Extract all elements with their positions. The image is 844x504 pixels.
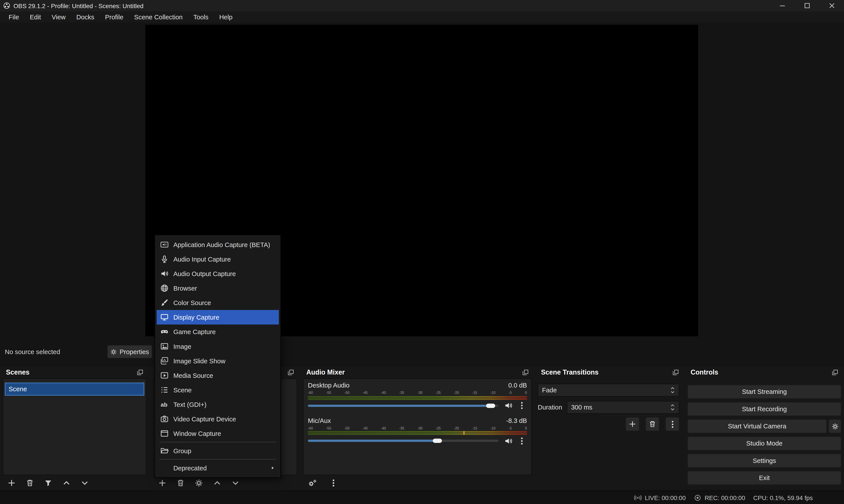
source-item-video-capture-device[interactable]: Video Capture Device — [157, 412, 279, 426]
popout-icon[interactable] — [672, 369, 679, 376]
remove-source-button[interactable] — [177, 479, 185, 487]
source-item-application-audio-capture[interactable]: Application Audio Capture (BETA) — [157, 237, 279, 252]
paint-icon — [161, 299, 168, 307]
popout-icon[interactable] — [137, 369, 143, 376]
virtual-camera-settings-button[interactable] — [828, 419, 841, 433]
source-item-scene[interactable]: Scene — [157, 383, 279, 397]
add-source-button[interactable] — [158, 479, 166, 487]
volume-slider[interactable] — [308, 401, 498, 410]
dock-area: Scenes Scene — [0, 366, 844, 490]
start-virtual-camera-button[interactable]: Start Virtual Camera — [687, 419, 827, 433]
preview-area: No source selected Properties — [0, 23, 844, 367]
camera-icon — [161, 415, 168, 423]
slider-handle[interactable] — [486, 403, 495, 408]
scene-filters-button[interactable] — [44, 479, 52, 487]
move-scene-down-button[interactable] — [81, 479, 89, 487]
channel-menu-button[interactable] — [518, 436, 525, 445]
menu-tools[interactable]: Tools — [188, 11, 214, 22]
channel-menu-button[interactable] — [518, 401, 525, 410]
db-scale: -60 -55 -50 -45 -40 -35 -30 -25 -20 -15 … — [308, 427, 527, 430]
menu-item-label: Browser — [173, 284, 197, 292]
kebab-icon — [669, 420, 676, 428]
menu-scene-collection[interactable]: Scene Collection — [129, 11, 188, 22]
minimize-button[interactable] — [770, 0, 794, 11]
menu-docks[interactable]: Docks — [71, 11, 100, 22]
rec-status-text: REC: 00:00:00 — [705, 494, 745, 501]
scene-list-icon — [161, 386, 168, 394]
db-tick: 0 — [525, 391, 527, 395]
speaker-icon[interactable] — [504, 401, 513, 410]
source-item-text-gdi[interactable]: ab Text (GDI+) — [157, 397, 279, 412]
source-item-color-source[interactable]: Color Source — [157, 295, 279, 310]
menu-item-label: Image — [173, 342, 191, 350]
db-tick: 0 — [525, 427, 527, 430]
menu-file[interactable]: File — [3, 11, 24, 22]
source-item-game-capture[interactable]: Game Capture — [157, 324, 279, 339]
exit-button[interactable]: Exit — [687, 471, 841, 485]
source-item-deprecated[interactable]: Deprecated — [157, 461, 279, 475]
close-button[interactable] — [819, 0, 844, 11]
menu-item-label: Text (GDI+) — [173, 401, 206, 408]
volume-slider[interactable] — [308, 436, 498, 445]
popout-icon[interactable] — [522, 369, 528, 376]
db-tick: -15 — [472, 427, 477, 430]
popout-icon[interactable] — [832, 369, 838, 376]
audio-mixer-toolbar — [303, 476, 532, 490]
menu-item-label: Game Capture — [173, 328, 216, 336]
menu-view[interactable]: View — [47, 11, 71, 22]
studio-mode-button[interactable]: Studio Mode — [687, 436, 841, 451]
menu-profile[interactable]: Profile — [100, 11, 129, 22]
source-properties-button[interactable] — [195, 479, 203, 487]
transition-select[interactable]: Fade — [538, 384, 679, 397]
folder-icon — [161, 447, 168, 455]
start-recording-button[interactable]: Start Recording — [687, 402, 841, 416]
db-tick: -5 — [509, 427, 512, 430]
source-item-audio-input-capture[interactable]: Audio Input Capture — [157, 252, 279, 266]
db-tick: -45 — [363, 427, 368, 430]
add-scene-button[interactable] — [7, 479, 16, 487]
transition-menu-button[interactable] — [665, 417, 679, 431]
move-source-down-button[interactable] — [232, 479, 240, 487]
db-tick: -30 — [417, 391, 423, 395]
db-tick: -50 — [344, 391, 349, 395]
properties-button[interactable]: Properties — [107, 345, 152, 358]
scene-list-item[interactable]: Scene — [5, 383, 144, 396]
cpu-status-text: CPU: 0.1%, 59.94 fps — [753, 494, 813, 501]
db-tick: -15 — [472, 391, 477, 395]
source-item-display-capture[interactable]: Display Capture — [157, 310, 279, 324]
controls-panel-title: Controls — [690, 368, 718, 376]
move-scene-up-button[interactable] — [62, 479, 71, 487]
menu-edit[interactable]: Edit — [24, 11, 47, 22]
volume-meter — [308, 396, 527, 400]
source-item-window-capture[interactable]: Window Capture — [157, 426, 279, 441]
popout-icon[interactable] — [287, 369, 294, 376]
source-item-image-slide-show[interactable]: Image Slide Show — [157, 354, 279, 368]
start-streaming-button[interactable]: Start Streaming — [687, 385, 841, 399]
no-source-label: No source selected — [5, 348, 60, 356]
menu-separator — [159, 442, 276, 442]
source-item-image[interactable]: Image — [157, 339, 279, 354]
remove-scene-button[interactable] — [26, 479, 34, 487]
db-tick: -60 — [308, 391, 313, 395]
source-item-group[interactable]: Group — [157, 443, 279, 458]
maximize-button[interactable] — [794, 0, 820, 11]
menu-item-label: Color Source — [173, 299, 211, 306]
source-item-browser[interactable]: Browser — [157, 281, 279, 295]
live-status-text: LIVE: 00:00:00 — [645, 494, 686, 501]
add-transition-button[interactable] — [626, 417, 640, 431]
source-item-audio-output-capture[interactable]: Audio Output Capture — [157, 266, 279, 281]
slider-handle[interactable] — [433, 438, 442, 443]
channel-db-value: -8.3 dB — [506, 417, 527, 424]
controls-panel: Controls Start Streaming Start Recording… — [687, 366, 841, 490]
mixer-menu-button[interactable] — [330, 479, 336, 487]
settings-button[interactable]: Settings — [687, 454, 841, 468]
broadcast-icon — [634, 494, 642, 502]
speaker-icon[interactable] — [504, 437, 513, 445]
duration-spinbox[interactable]: 300 ms — [567, 401, 679, 414]
source-item-media-source[interactable]: Media Source — [157, 368, 279, 383]
advanced-audio-button[interactable] — [308, 479, 317, 487]
rec-status: REC: 00:00:00 — [694, 494, 745, 502]
move-source-up-button[interactable] — [213, 479, 221, 487]
menu-help[interactable]: Help — [214, 11, 238, 22]
remove-transition-button[interactable] — [645, 417, 660, 431]
